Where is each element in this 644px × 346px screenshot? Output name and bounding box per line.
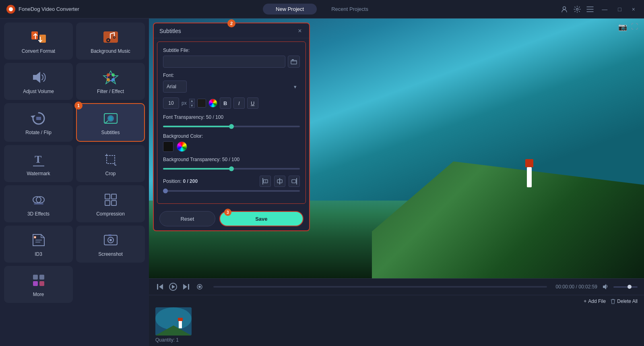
svg-rect-55 [292, 180, 296, 183]
bg-transparency-slider[interactable] [163, 168, 300, 170]
sidebar-item-compression[interactable]: Compression [76, 185, 145, 222]
play-button[interactable] [169, 283, 177, 291]
compression-label: Compression [96, 211, 125, 217]
svg-point-41 [109, 239, 112, 241]
convert-format-icon [30, 28, 47, 46]
main-layout: Convert Format Background Music [0, 19, 644, 346]
sidebar-item-adjust-volume[interactable]: Adjust Volume [4, 63, 73, 100]
preview-fullscreen-icon[interactable]: ⛶ [631, 23, 638, 31]
font-transparency-slider-container [163, 122, 300, 128]
titlebar: FoneDog Video Converter New Project Rece… [0, 0, 644, 19]
tab-new-project[interactable]: New Project [263, 4, 317, 15]
sidebar-item-screenshot[interactable]: Screenshot [76, 226, 145, 263]
subtitles-dialog: Subtitles 2 × Subtitle File: [153, 23, 310, 231]
sidebar-item-rotate-flip[interactable]: Rotate / Flip [4, 103, 73, 142]
reset-button[interactable]: Reset [159, 211, 215, 226]
user-icon[interactable] [561, 6, 568, 13]
filter-effect-icon [102, 68, 120, 86]
subtitles-label: Subtitles [101, 130, 120, 135]
sidebar-item-crop[interactable]: Crop [76, 145, 145, 182]
bg-color-label: Background Color: [163, 133, 300, 139]
svg-rect-43 [33, 275, 38, 280]
bg-color-picker[interactable] [177, 141, 187, 152]
sidebar-item-background-music[interactable]: Background Music [76, 23, 145, 60]
sidebar-item-watermark[interactable]: T Watermark [4, 145, 73, 182]
sidebar-item-3d-effects[interactable]: 3D Effects [4, 185, 73, 222]
close-button[interactable]: × [630, 5, 638, 13]
volume-slider[interactable] [613, 286, 638, 288]
file-browse-button[interactable] [288, 56, 300, 68]
svg-point-14 [111, 73, 115, 77]
svg-rect-33 [111, 201, 116, 205]
font-color-swatch[interactable] [197, 99, 206, 108]
font-size-input[interactable] [163, 97, 179, 109]
subtitle-file-input-row [163, 56, 300, 68]
sidebar-item-subtitles[interactable]: 1 Subtitles [76, 103, 145, 142]
svg-point-13 [107, 78, 110, 81]
timeline[interactable] [213, 286, 547, 288]
file-panel: + Add File Delete All [149, 295, 644, 346]
font-color-picker[interactable] [208, 99, 217, 108]
app-logo-inner [9, 7, 13, 11]
rotate-flip-label: Rotate / Flip [25, 130, 52, 135]
file-item[interactable]: Quantity: 1 [155, 307, 192, 343]
adjust-volume-label: Adjust Volume [23, 89, 54, 94]
delete-all-label: Delete All [617, 298, 638, 304]
preview-overlay-buttons: 📷 ⛶ [618, 23, 638, 31]
bold-button[interactable]: B [220, 97, 231, 109]
font-label: Font: [163, 73, 300, 78]
save-button[interactable]: Save 3 [219, 211, 303, 226]
menu-icon[interactable] [586, 6, 594, 13]
svg-marker-57 [159, 284, 163, 290]
save-badge: 3 [224, 209, 231, 216]
thumb-image [155, 307, 192, 336]
subtitles-icon [102, 110, 120, 127]
sidebar-item-more[interactable]: More [4, 266, 73, 303]
dialog-close-button[interactable]: × [296, 27, 303, 35]
sidebar-item-convert-format[interactable]: Convert Format [4, 23, 73, 60]
bg-color-swatch[interactable] [163, 141, 173, 152]
add-file-button[interactable]: + Add File [584, 298, 606, 304]
font-select[interactable]: Arial [163, 81, 187, 93]
svg-point-11 [107, 73, 110, 77]
font-size-stepper: ▲ ▼ [189, 99, 195, 108]
svg-point-0 [563, 6, 566, 9]
position-row: Position: 0 / 200 [163, 176, 300, 193]
svg-rect-49 [262, 178, 263, 184]
quantity-label: Quantity: 1 [155, 337, 192, 343]
bg-color-pickers [163, 141, 300, 152]
background-music-label: Background Music [91, 48, 130, 54]
lighthouse-top [525, 159, 533, 167]
sidebar-item-filter-effect[interactable]: Filter / Effect [76, 63, 145, 100]
subtitle-file-input[interactable] [163, 56, 285, 68]
dialog-title: Subtitles [159, 28, 181, 34]
settings-icon[interactable] [574, 6, 581, 13]
lighthouse [524, 159, 535, 187]
sidebar-item-id3[interactable]: ID3 [4, 226, 73, 263]
skip-back-button[interactable] [155, 282, 165, 292]
skip-forward-button[interactable] [181, 282, 191, 292]
font-size-down[interactable]: ▼ [189, 104, 195, 108]
italic-button[interactable]: I [233, 97, 245, 109]
volume-icon[interactable] [602, 284, 609, 290]
font-transparency-label: Font Transparency: 50 / 100 [163, 114, 300, 120]
delete-all-button[interactable]: Delete All [611, 298, 638, 304]
position-right-button[interactable] [289, 176, 300, 187]
position-center-button[interactable] [274, 176, 285, 187]
tab-recent-projects[interactable]: Recent Projects [318, 4, 381, 15]
maximize-button[interactable]: □ [615, 5, 623, 13]
preview-screenshot-icon[interactable]: 📷 [618, 23, 627, 31]
position-left-button[interactable] [260, 176, 271, 187]
crop-icon [102, 151, 120, 168]
font-transparency-slider[interactable] [163, 126, 300, 127]
sidebar: Convert Format Background Music [0, 19, 149, 346]
sidebar-grid: Convert Format Background Music [4, 23, 145, 263]
svg-rect-66 [178, 318, 183, 321]
font-size-up[interactable]: ▲ [189, 99, 195, 103]
minimize-button[interactable]: — [599, 5, 610, 13]
crop-label: Crop [105, 171, 116, 176]
underline-button[interactable]: U [247, 97, 258, 109]
record-button[interactable] [195, 282, 204, 292]
position-slider[interactable] [163, 190, 300, 192]
svg-point-8 [114, 37, 115, 38]
